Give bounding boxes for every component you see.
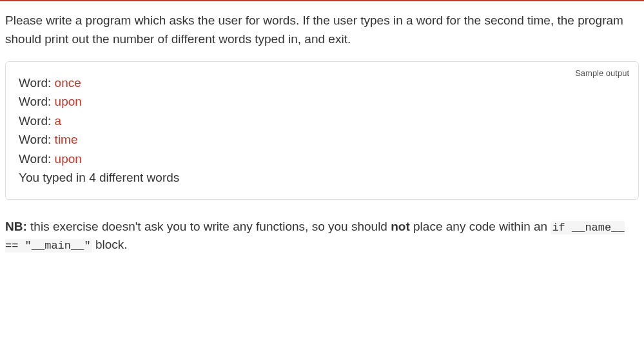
prompt-text: Word: — [19, 76, 55, 90]
user-input-text: time — [55, 133, 78, 146]
sample-output-label: Sample output — [575, 68, 629, 78]
sample-line: Word: a — [19, 111, 625, 130]
note-text: place any code within an — [410, 220, 551, 233]
sample-line: Word: once — [19, 73, 625, 92]
note-text: this exercise doesn't ask you to write a… — [27, 220, 391, 233]
exercise-container: Please write a program which asks the us… — [0, 0, 644, 260]
note-text: block. — [92, 238, 128, 251]
prompt-text: Word: — [19, 152, 55, 166]
exercise-description: Please write a program which asks the us… — [5, 12, 639, 48]
exercise-note: NB: this exercise doesn't ask you to wri… — [5, 218, 639, 254]
note-nb: NB: — [5, 220, 27, 233]
user-input-text: a — [55, 114, 62, 128]
note-not: not — [391, 220, 410, 233]
user-input-text: upon — [55, 95, 82, 108]
prompt-text: Word: — [19, 95, 55, 108]
sample-output-box: Sample output Word: once Word: upon Word… — [5, 61, 639, 200]
prompt-text: Word: — [19, 133, 55, 146]
sample-line: Word: time — [19, 130, 625, 149]
user-input-text: once — [55, 76, 81, 90]
sample-line: Word: upon — [19, 92, 625, 111]
sample-line: Word: upon — [19, 149, 625, 168]
user-input-text: upon — [55, 152, 82, 166]
sample-result-line: You typed in 4 different words — [19, 168, 625, 187]
prompt-text: Word: — [19, 114, 55, 128]
